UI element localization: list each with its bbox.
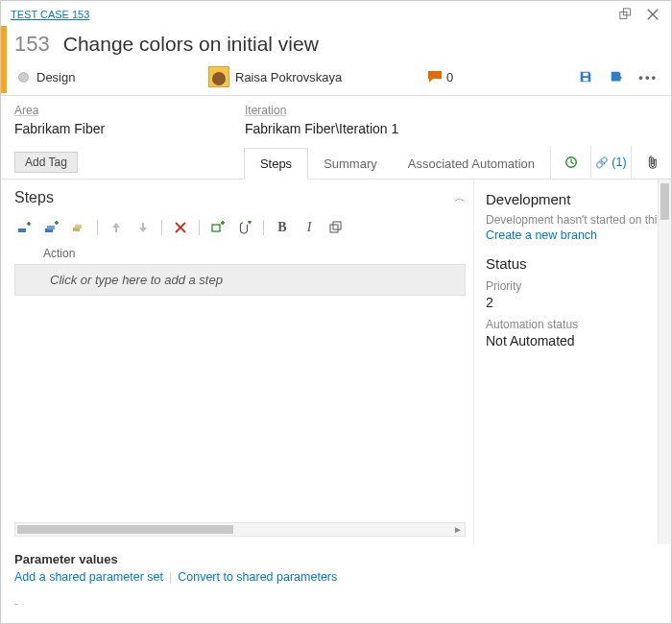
header-actions: ••• bbox=[577, 68, 671, 85]
new-step-input[interactable]: Click or type here to add a step bbox=[14, 264, 466, 296]
priority-value[interactable]: 2 bbox=[486, 295, 667, 310]
toolbar-separator bbox=[199, 220, 200, 235]
italic-icon[interactable]: I bbox=[299, 218, 320, 237]
assignee-field[interactable]: Raisa Pokrovskaya bbox=[208, 66, 410, 87]
priority-label: Priority bbox=[486, 279, 667, 293]
type-accent bbox=[1, 26, 7, 93]
steps-heading: Steps ︿ bbox=[14, 189, 466, 206]
collapse-steps-icon[interactable]: ︿ bbox=[454, 190, 466, 206]
add-shared-parameter-link[interactable]: Add a shared parameter set bbox=[14, 570, 163, 584]
top-bar: TEST CASE 153 bbox=[1, 1, 671, 28]
state-field[interactable]: Design bbox=[18, 70, 191, 84]
tab-summary[interactable]: Summary bbox=[308, 149, 393, 179]
insert-shared-step-icon[interactable] bbox=[41, 218, 62, 237]
steps-toolbar: B I bbox=[14, 214, 466, 243]
svg-rect-16 bbox=[333, 222, 341, 229]
iteration-value: Fabrikam Fiber\Iteration 1 bbox=[245, 121, 437, 136]
parameters-links: Add a shared parameter set | Convert to … bbox=[14, 570, 658, 584]
work-item-form: TEST CASE 153 153 Change colors on initi… bbox=[0, 0, 672, 624]
links-tab-icon[interactable]: 🔗 (1) bbox=[590, 146, 631, 179]
work-item-title[interactable]: Change colors on initial view bbox=[63, 33, 319, 56]
svg-rect-14 bbox=[212, 225, 220, 231]
create-shared-steps-icon[interactable] bbox=[68, 218, 89, 237]
svg-rect-9 bbox=[75, 225, 82, 228]
svg-rect-7 bbox=[47, 226, 55, 229]
toolbar-separator bbox=[263, 220, 264, 235]
tab-associated-automation[interactable]: Associated Automation bbox=[393, 149, 550, 179]
side-panel: Development Development hasn't started o… bbox=[474, 180, 671, 544]
tab-icons: 🔗 (1) bbox=[550, 146, 671, 179]
parameters-heading: Parameter values bbox=[14, 552, 658, 566]
svg-rect-15 bbox=[330, 225, 338, 232]
tab-steps[interactable]: Steps bbox=[244, 148, 308, 180]
tabs: Steps Summary Associated Automation 🔗 (1… bbox=[244, 146, 671, 179]
fullscreen-icon[interactable] bbox=[617, 6, 635, 23]
development-hint: Development hasn't started on this bbox=[486, 213, 667, 227]
steps-heading-label: Steps bbox=[14, 189, 54, 206]
area-label: Area bbox=[14, 104, 206, 117]
automation-status-label: Automation status bbox=[486, 318, 667, 331]
status-heading: Status bbox=[486, 255, 667, 272]
discussion-count: 0 bbox=[446, 70, 453, 84]
toolbar-separator bbox=[161, 220, 162, 235]
insert-step-icon[interactable] bbox=[14, 218, 36, 237]
iteration-field[interactable]: Iteration Fabrikam Fiber\Iteration 1 bbox=[245, 104, 437, 136]
footer-dash: - bbox=[14, 597, 658, 609]
work-item-id: 153 bbox=[14, 32, 50, 57]
more-actions-button[interactable]: ••• bbox=[638, 70, 658, 84]
iteration-label: Iteration bbox=[245, 104, 437, 117]
parameters-section: Parameter values Add a shared parameter … bbox=[1, 544, 671, 618]
svg-rect-5 bbox=[18, 228, 26, 232]
status-row: Design Raisa Pokrovskaya 0 ••• bbox=[1, 66, 671, 95]
move-down-icon[interactable] bbox=[132, 218, 154, 237]
add-attachment-icon[interactable] bbox=[234, 218, 255, 237]
vscroll-thumb[interactable] bbox=[660, 183, 669, 220]
development-heading: Development bbox=[486, 191, 667, 207]
scroll-right-icon[interactable]: ► bbox=[453, 524, 463, 535]
bold-icon[interactable]: B bbox=[272, 218, 293, 237]
state-value: Design bbox=[36, 70, 75, 84]
area-value: Fabrikam Fiber bbox=[14, 121, 206, 136]
automation-status-value[interactable]: Not Automated bbox=[486, 333, 667, 348]
insert-parameter-icon[interactable] bbox=[207, 218, 228, 237]
tag-and-tab-row: Add Tag Steps Summary Associated Automat… bbox=[1, 142, 671, 180]
maximize-steps-icon[interactable] bbox=[325, 218, 347, 237]
save-icon[interactable] bbox=[577, 68, 594, 85]
create-branch-link[interactable]: Create a new branch bbox=[486, 228, 667, 242]
svg-rect-10 bbox=[115, 228, 117, 232]
vertical-scrollbar[interactable] bbox=[658, 180, 671, 544]
convert-to-shared-link[interactable]: Convert to shared parameters bbox=[178, 570, 337, 584]
main-content: Steps ︿ B I Action Click bbox=[1, 180, 671, 544]
link-icon: 🔗 bbox=[595, 156, 609, 169]
svg-rect-11 bbox=[142, 223, 144, 228]
discussion-button[interactable]: 0 bbox=[427, 70, 475, 84]
window-controls bbox=[617, 6, 661, 23]
toolbar-separator bbox=[97, 220, 98, 235]
title-bar: 153 Change colors on initial view bbox=[1, 28, 671, 66]
add-tag-button[interactable]: Add Tag bbox=[14, 152, 78, 173]
scroll-thumb[interactable] bbox=[17, 525, 233, 534]
links-count: (1) bbox=[612, 156, 626, 169]
close-icon[interactable] bbox=[644, 6, 661, 23]
state-dot-icon bbox=[18, 72, 29, 83]
area-field[interactable]: Area Fabrikam Fiber bbox=[14, 104, 206, 136]
assignee-name: Raisa Pokrovskaya bbox=[235, 70, 342, 84]
save-and-close-icon[interactable] bbox=[608, 68, 625, 85]
delete-step-icon[interactable] bbox=[170, 218, 191, 237]
avatar bbox=[208, 66, 229, 87]
link-separator: | bbox=[169, 570, 172, 584]
attachments-tab-icon[interactable] bbox=[631, 146, 671, 179]
breadcrumb[interactable]: TEST CASE 153 bbox=[11, 9, 89, 20]
history-tab-icon[interactable] bbox=[550, 146, 590, 179]
horizontal-scrollbar[interactable]: ◄ ► bbox=[14, 522, 466, 537]
move-up-icon[interactable] bbox=[106, 218, 127, 237]
action-column-header: Action bbox=[14, 243, 466, 264]
steps-panel: Steps ︿ B I Action Click bbox=[1, 180, 474, 544]
classification-fields: Area Fabrikam Fiber Iteration Fabrikam F… bbox=[1, 96, 671, 142]
